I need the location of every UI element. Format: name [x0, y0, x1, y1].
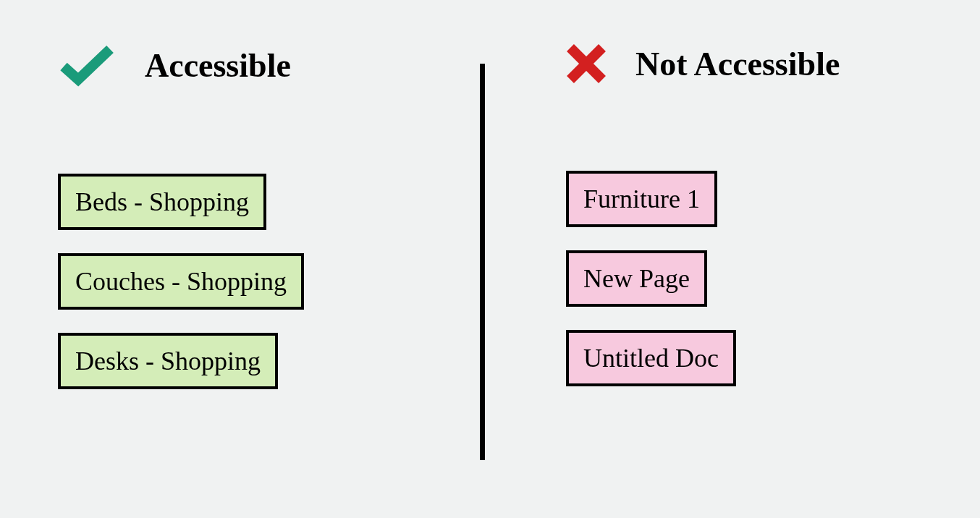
- comparison-diagram: Accessible Beds - Shopping Couches - Sho…: [0, 0, 980, 518]
- vertical-divider: [480, 64, 485, 460]
- check-icon: [58, 43, 116, 87]
- not-accessible-title: Not Accessible: [635, 45, 840, 83]
- not-accessible-header: Not Accessible: [566, 43, 922, 84]
- accessible-header: Accessible: [58, 43, 414, 87]
- accessible-item: Couches - Shopping: [58, 253, 304, 310]
- not-accessible-items: Furniture 1 New Page Untitled Doc: [566, 171, 922, 386]
- accessible-item: Desks - Shopping: [58, 333, 278, 389]
- not-accessible-item: Furniture 1: [566, 171, 717, 227]
- accessible-items: Beds - Shopping Couches - Shopping Desks…: [58, 174, 414, 389]
- accessible-item: Beds - Shopping: [58, 174, 266, 230]
- not-accessible-item: New Page: [566, 250, 707, 307]
- accessible-title: Accessible: [145, 46, 291, 85]
- not-accessible-column: Not Accessible Furniture 1 New Page Unti…: [472, 0, 980, 518]
- cross-icon: [566, 43, 607, 84]
- accessible-column: Accessible Beds - Shopping Couches - Sho…: [0, 0, 472, 518]
- not-accessible-item: Untitled Doc: [566, 330, 736, 386]
